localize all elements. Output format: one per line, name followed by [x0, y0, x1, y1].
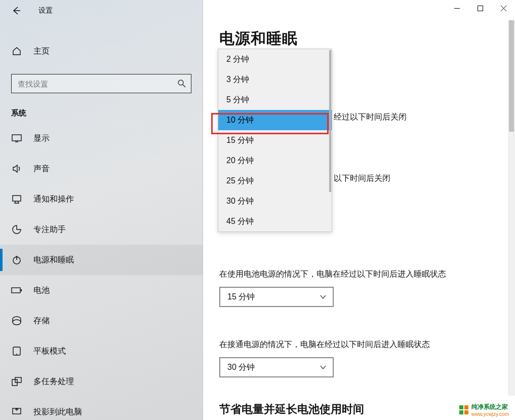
nav-icon: [11, 255, 22, 265]
scrollbar-thumb[interactable]: [509, 20, 514, 132]
sidebar-item-label: 显示: [33, 133, 50, 144]
sidebar-item-5[interactable]: 电池: [0, 275, 203, 306]
dropdown-option[interactable]: 10 分钟: [218, 110, 332, 130]
sidebar-item-7[interactable]: 平板模式: [0, 336, 203, 366]
sidebar: 设置 主页 系统 显示声音通知和操作专注助手电源和睡眠电池存储平板模式多任务处理…: [0, 0, 203, 420]
svg-rect-13: [21, 289, 22, 291]
sidebar-home-label: 主页: [33, 46, 50, 57]
sidebar-item-label: 电池: [33, 285, 50, 296]
dropdown-popup: 2 分钟3 分钟5 分钟10 分钟15 分钟20 分钟25 分钟30 分钟45 …: [218, 49, 332, 232]
sidebar-item-label: 多任务处理: [33, 376, 74, 387]
nav-icon: [11, 134, 22, 142]
scrollbar[interactable]: [508, 20, 515, 396]
sidebar-item-label: 通知和操作: [33, 194, 74, 205]
dropdown-option[interactable]: 45 分钟: [218, 211, 332, 232]
nav-icon: [11, 164, 22, 174]
close-button[interactable]: [492, 0, 515, 16]
nav-icon: [11, 377, 22, 386]
sidebar-item-1[interactable]: 声音: [0, 154, 203, 184]
home-icon: [11, 46, 22, 56]
svg-rect-17: [15, 377, 21, 383]
sleep-battery-label: 在使用电池电源的情况下，电脑在经过以下时间后进入睡眠状态: [219, 269, 515, 280]
sidebar-item-label: 电源和睡眠: [33, 255, 74, 265]
sleep-plugged-label: 在接通电源的情况下，电脑在经过以下时间后进入睡眠状态: [219, 339, 515, 350]
chevron-down-icon: [320, 364, 327, 371]
maximize-button[interactable]: [468, 0, 492, 16]
search-icon: [177, 79, 186, 88]
search-input[interactable]: [11, 74, 191, 93]
svg-rect-1: [478, 6, 483, 11]
back-button[interactable]: [11, 6, 21, 16]
watermark-name: 纯净系统之家: [471, 403, 508, 410]
sidebar-home[interactable]: 主页: [0, 37, 203, 65]
dropdown-scrollbar[interactable]: [329, 50, 331, 192]
dropdown-option[interactable]: 3 分钟: [218, 69, 332, 90]
chevron-down-icon: [320, 293, 327, 300]
sleep-plugged-value: 30 分钟: [227, 362, 255, 373]
sidebar-item-6[interactable]: 存储: [0, 306, 203, 336]
nav-icon: [11, 195, 22, 204]
sidebar-item-label: 平板模式: [33, 346, 66, 357]
sidebar-item-4[interactable]: 电源和睡眠: [0, 245, 203, 275]
page-title: 电源和睡眠: [219, 28, 515, 49]
dropdown-option[interactable]: 15 分钟: [218, 130, 332, 150]
svg-rect-7: [12, 135, 21, 141]
dropdown-option[interactable]: 30 分钟: [218, 191, 332, 211]
watermark-logo-icon: [459, 405, 468, 414]
svg-point-5: [178, 80, 183, 85]
svg-point-15: [16, 354, 17, 355]
dropdown-option[interactable]: 25 分钟: [218, 171, 332, 191]
sidebar-item-2[interactable]: 通知和操作: [0, 184, 203, 214]
sidebar-category: 系统: [0, 93, 203, 123]
sidebar-item-0[interactable]: 显示: [0, 123, 203, 154]
sidebar-item-9[interactable]: 投影到此电脑: [0, 397, 203, 420]
svg-line-6: [183, 85, 185, 87]
dropdown-option[interactable]: 2 分钟: [218, 49, 332, 69]
dropdown-option[interactable]: 5 分钟: [218, 90, 332, 110]
sleep-plugged-select[interactable]: 30 分钟: [219, 357, 334, 377]
sidebar-item-label: 专注助手: [33, 224, 66, 235]
sidebar-item-label: 声音: [33, 164, 50, 174]
minimize-button[interactable]: [445, 0, 468, 16]
dropdown-option[interactable]: 20 分钟: [218, 150, 332, 171]
sidebar-item-3[interactable]: 专注助手: [0, 214, 203, 245]
nav-icon: [11, 224, 22, 235]
sidebar-item-label: 存储: [33, 316, 50, 326]
window-title: 设置: [38, 6, 53, 15]
sidebar-item-label: 投影到此电脑: [33, 407, 82, 417]
sleep-battery-value: 15 分钟: [227, 292, 255, 302]
watermark-url: www.ycwjzy.com: [471, 411, 509, 417]
svg-rect-12: [12, 288, 20, 293]
nav-icon: [11, 407, 22, 416]
nav-icon: [11, 346, 22, 356]
sidebar-item-8[interactable]: 多任务处理: [0, 366, 203, 397]
nav-icon: [11, 316, 22, 325]
svg-rect-9: [13, 196, 21, 201]
watermark: 纯净系统之家 www.ycwjzy.com: [459, 403, 509, 417]
nav-icon: [11, 287, 22, 294]
sleep-battery-select[interactable]: 15 分钟: [219, 287, 334, 307]
